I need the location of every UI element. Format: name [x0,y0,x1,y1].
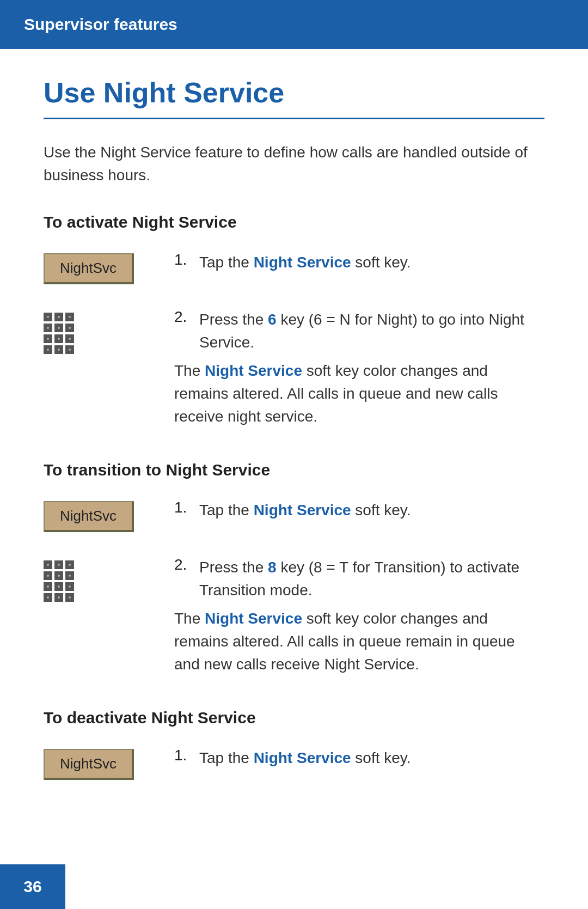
section-deactivate: To deactivate Night Service NightSvc 1. … [44,709,544,780]
key [44,593,52,602]
step-text-activate-2: Press the 6 key (6 = N for Night) to go … [199,308,544,354]
key [65,593,74,602]
key [44,313,52,321]
header-bar: Supervisor features [0,0,588,49]
nightsvc-button-transition[interactable]: NightSvc [44,501,134,532]
section-heading-transition: To transition to Night Service [44,461,544,479]
keypad-grid-activate [44,313,74,354]
key [54,313,63,321]
key [65,345,74,354]
step-activate-2: 2. Press the 6 key (6 = N for Night) to … [44,308,544,428]
key [54,582,63,591]
step-number: 1. [174,747,191,764]
step-deactivate-1: NightSvc 1. Tap the Night Service soft k… [44,747,544,780]
section-heading-activate: To activate Night Service [44,213,544,231]
key [44,324,52,332]
step-row-activate-2: 2. Press the 6 key (6 = N for Night) to … [174,308,544,354]
step-row-transition-1: 1. Tap the Night Service soft key. [174,499,544,522]
header-title: Supervisor features [24,15,177,34]
key [65,571,74,580]
step-number: 1. [174,499,191,516]
step-text-deactivate-1: Tap the Night Service soft key. [199,747,411,770]
key [44,582,52,591]
highlight-night-service-3: Night Service [254,502,351,518]
page-number: 36 [23,877,41,896]
highlight-night-service-5: Night Service [254,749,351,766]
key [44,560,52,569]
section-activate: To activate Night Service NightSvc 1. Ta… [44,213,544,428]
step-number: 1. [174,251,191,269]
step-visual-activate-1: NightSvc [44,251,163,284]
highlight-key-8: 8 [268,559,277,576]
step-text-transition-2: Press the 8 key (8 = T for Transition) t… [199,556,544,602]
step-content-activate-1: 1. Tap the Night Service soft key. [163,251,544,279]
step-activate-1: NightSvc 1. Tap the Night Service soft k… [44,251,544,284]
step-row-deactivate-1: 1. Tap the Night Service soft key. [174,747,544,770]
key [54,593,63,602]
step-text-activate-1: Tap the Night Service soft key. [199,251,411,274]
step-visual-transition-1: NightSvc [44,499,163,532]
step-content-deactivate-1: 1. Tap the Night Service soft key. [163,747,544,775]
step-text-transition-1: Tap the Night Service soft key. [199,499,411,522]
step-content-transition-2: 2. Press the 8 key (8 = T for Transition… [163,556,544,676]
key [65,560,74,569]
step-content-transition-1: 1. Tap the Night Service soft key. [163,499,544,527]
key [54,324,63,332]
nightsvc-button-activate[interactable]: NightSvc [44,253,134,284]
page-heading: Use Night Service [44,76,544,119]
step-subtext-transition-2: The Night Service soft key color changes… [174,607,544,676]
highlight-key-6: 6 [268,311,277,328]
step-visual-transition-2 [44,556,163,602]
intro-text: Use the Night Service feature to define … [44,141,544,187]
step-row-activate-1: 1. Tap the Night Service soft key. [174,251,544,274]
keypad-grid-transition [44,560,74,602]
footer-page-box: 36 [0,864,65,909]
step-number: 2. [174,308,191,326]
key [65,582,74,591]
footer: 36 [0,864,588,909]
step-visual-deactivate-1: NightSvc [44,747,163,780]
key [44,334,52,343]
nightsvc-button-deactivate[interactable]: NightSvc [44,749,134,780]
step-content-activate-2: 2. Press the 6 key (6 = N for Night) to … [163,308,544,428]
key [54,334,63,343]
key [44,571,52,580]
key [54,560,63,569]
key [65,334,74,343]
highlight-night-service: Night Service [254,254,351,271]
step-number: 2. [174,556,191,574]
step-transition-2: 2. Press the 8 key (8 = T for Transition… [44,556,544,676]
step-transition-1: NightSvc 1. Tap the Night Service soft k… [44,499,544,532]
main-content: Use Night Service Use the Night Service … [0,49,588,856]
section-transition: To transition to Night Service NightSvc … [44,461,544,676]
highlight-night-service-2: Night Service [205,362,302,379]
step-visual-activate-2 [44,308,163,354]
key [54,571,63,580]
key [44,345,52,354]
section-heading-deactivate: To deactivate Night Service [44,709,544,727]
highlight-night-service-4: Night Service [205,610,302,627]
key [54,345,63,354]
footer-spacer [65,864,588,909]
key [65,324,74,332]
step-row-transition-2: 2. Press the 8 key (8 = T for Transition… [174,556,544,602]
key [65,313,74,321]
step-subtext-activate-2: The Night Service soft key color changes… [174,359,544,428]
